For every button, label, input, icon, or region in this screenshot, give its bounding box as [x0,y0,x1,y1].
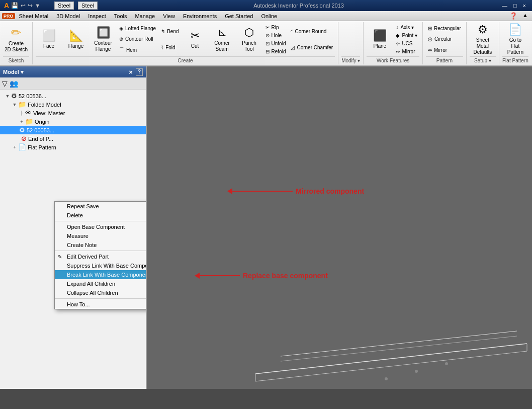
btn-unfold[interactable]: ⊡ Unfold [263,39,288,47]
sketch-group-label: Sketch [3,56,29,63]
expand-icon[interactable]: ▲ [520,12,530,20]
menu-online[interactable]: Online [257,12,281,20]
ctx-item-how-to[interactable]: How To... [55,300,147,309]
tree-expand-folded-model[interactable]: ▼ [11,102,18,107]
menu-environments[interactable]: Environments [179,12,221,20]
btn-circular[interactable]: ◎ Circular [426,34,463,44]
setup-group-label[interactable]: Setup ▾ [470,56,496,63]
btn-ucs[interactable]: ⊹ UCS [394,39,419,47]
btn-go-to-flat-pattern[interactable]: 📄 Go toFlat Pattern [502,23,528,55]
ctx-item-repeat-save[interactable]: Repeat Save [55,202,147,211]
flat-pattern-group-label: Flat Pattern [502,56,528,63]
assembly-icon[interactable]: 👥 [10,79,18,88]
btn-corner-round[interactable]: ◜ Corner Round [289,26,335,36]
help-icon[interactable]: ❓ [507,12,519,20]
btn-mirror-wf[interactable]: ⇔ Mirror [394,47,419,55]
material-selector-2[interactable]: Steel [78,2,98,10]
tree-expand-origin[interactable]: + [18,119,25,124]
tree-item-root[interactable]: ▼ ⚙ 52 00536... [0,92,146,100]
ctx-item-create-note[interactable]: Create Note [55,240,147,250]
btn-point-label: Point ▾ [402,33,417,38]
btn-lofted-flange[interactable]: ◈ Lofted Flange [117,24,158,34]
ucs-icon: ⊹ [396,41,400,46]
tree-label-root: 52 00536... [19,93,46,99]
btn-flange[interactable]: 📐 Flange [63,23,89,55]
btn-punch-tool[interactable]: ⬡ Punch Tool [236,23,262,55]
ctx-item-edit-derived-part[interactable]: ✎ Edit Derived Part [55,252,147,261]
btn-fold[interactable]: ⌇ Fold [159,42,181,52]
btn-sheet-metal-defaults[interactable]: ⚙ Sheet Metal Defaults [470,23,496,55]
menu-3d-model[interactable]: 3D Model [52,12,84,20]
menu-manage[interactable]: Manage [131,12,159,20]
material-selector[interactable]: Steel [54,2,74,10]
btn-plane[interactable]: ⬛ Plane [367,23,393,55]
btn-point[interactable]: ◆ Point ▾ [394,31,419,39]
ctx-label-collapse-all: Collapse All Children [67,290,118,296]
tree-item-end-of-part[interactable]: ⊘ End of P... [0,134,146,143]
ribbon: ✏ Create2D Sketch Sketch ⬜ Face 📐 Flange… [0,21,532,66]
menu-inspect[interactable]: Inspect [84,12,110,20]
ribbon-small-col-6: ⊞ Rectangular ◎ Circular ⇔ Mirror [426,23,463,55]
quick-access-redo[interactable]: ↪ [28,2,33,9]
btn-bend[interactable]: ↰ Bend [159,26,181,36]
btn-corner-round-label: Corner Round [295,29,326,34]
tree-item-view-master[interactable]: ├ 👁 View: Master [0,109,146,117]
btn-axis-label: Axis ▾ [400,25,414,30]
quick-access-undo[interactable]: ↩ [21,2,26,9]
btn-cut-label: Cut [191,43,199,49]
btn-mirror-pattern-label: Mirror [434,47,447,53]
btn-axis[interactable]: ↕ Axis ▾ [394,23,419,31]
ctx-label-delete: Delete [67,212,83,218]
btn-rip[interactable]: ✂ Rip [263,23,288,31]
ctx-item-break-link[interactable]: Break Link With Base Component [55,270,147,279]
modify-group-label[interactable]: Modify ▾ [341,56,360,63]
ctx-separator-2 [55,251,147,251]
menu-tools[interactable]: Tools [110,12,131,20]
window-controls[interactable]: — □ × [500,3,528,9]
tree-item-part[interactable]: ⚙ 52 00053... [0,126,146,134]
menu-view[interactable]: View [159,12,179,20]
tree-expand-flat-pattern[interactable]: + [11,145,18,150]
btn-create-2d-sketch[interactable]: ✏ Create2D Sketch [3,23,29,55]
btn-contour-flange[interactable]: 🔲 Contour Flange [90,23,116,55]
btn-face[interactable]: ⬜ Face [36,23,62,55]
menubar: PRO Sheet Metal 3D Model Inspect Tools M… [0,11,532,21]
btn-bend-label: Bend [167,29,179,34]
tree-expand-view-master[interactable]: ├ [18,111,25,115]
sidebar-title[interactable]: Model ▾ [3,69,24,75]
sidebar-help-btn[interactable]: ? [136,68,143,76]
btn-hem-label: Hem [126,47,137,53]
ctx-item-collapse-all[interactable]: Collapse All Children [55,288,147,297]
btn-cut[interactable]: ✂ Cut [182,23,208,55]
menu-sheet-metal[interactable]: Sheet Metal [15,12,53,20]
btn-mirror-pattern[interactable]: ⇔ Mirror [426,45,463,55]
btn-hole[interactable]: ⊙ Hole [263,31,288,39]
tree-item-flat-pattern[interactable]: + 📄 Flat Pattern [0,143,146,151]
btn-circular-label: Circular [434,36,452,42]
btn-rectangular[interactable]: ⊞ Rectangular [426,24,463,34]
btn-refold[interactable]: ⊟ Refold [263,47,288,55]
viewport[interactable]: Mirrored component Replace base componen… [147,66,532,389]
btn-hem[interactable]: ⌒ Hem [117,45,158,55]
tree-label-view-master: View: Master [33,110,65,116]
3d-model-canvas [230,263,532,389]
filter-icon[interactable]: ▽ [2,79,8,88]
create-group-label: Create [36,56,335,63]
tree-expand-root[interactable]: ▼ [4,94,11,99]
sidebar-close-btn[interactable]: × [129,68,133,76]
ctx-item-open-base-component[interactable]: Open Base Component [55,222,147,231]
quick-access-save[interactable]: 💾 [11,2,19,9]
btn-contour-roll[interactable]: ⊚ Contour Roll [117,34,158,44]
ctx-item-delete[interactable]: Delete [55,211,147,220]
menu-get-started[interactable]: Get Started [221,12,257,20]
btn-corner-chamfer[interactable]: ◿ Corner Chamfer [289,42,335,52]
btn-flange-label: Flange [68,43,84,49]
ctx-item-measure[interactable]: Measure ▶ [55,231,147,240]
quick-access-more[interactable]: ▼ [35,3,40,9]
tree-item-folded-model[interactable]: ▼ 📁 Folded Model [0,100,146,109]
ctx-item-suppress-link[interactable]: Suppress Link With Base Component [55,261,147,270]
tree-item-origin[interactable]: + 📁 Origin [0,117,146,126]
ctx-item-expand-all[interactable]: Expand All Children [55,279,147,288]
btn-corner-seam[interactable]: ⊾ Corner Seam [209,23,235,55]
ctx-checkbox-edit-derived: ✎ [58,254,62,260]
